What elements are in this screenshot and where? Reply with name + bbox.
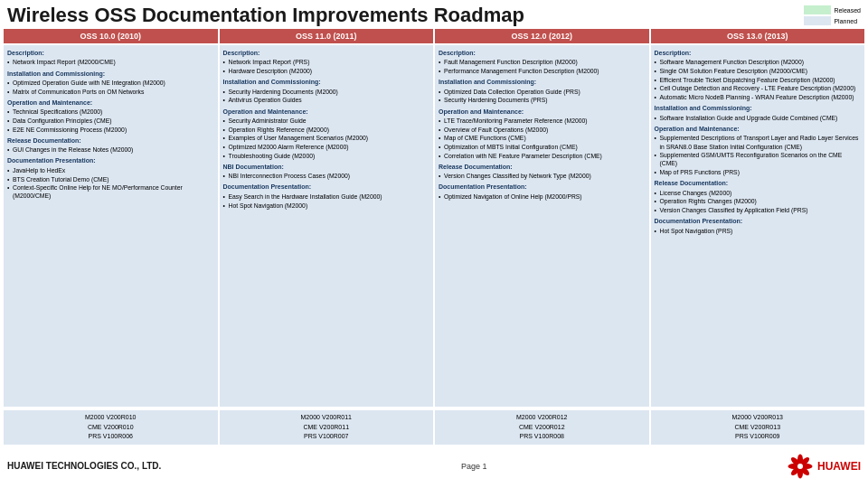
version-text: PRS V100R006 [5,432,216,442]
list-item: Context-Specific Online Help for NE MO/P… [7,183,214,200]
list-item: Version Changes Classified by Applicatio… [655,206,862,214]
version-text: M2000 V200R013 [653,413,863,423]
col-content-oss11: Description:Network Impact Report (PRS)H… [220,45,434,407]
list-item: Fault Management Function Description (M… [439,58,646,66]
released-color [804,5,831,14]
planned-label: Planned [834,18,857,24]
section-heading: Installation and Commissioning: [439,78,646,86]
list-item: License Changes (M2000) [655,189,862,197]
legend-planned: Planned [804,16,861,25]
list-item: Supplemented Descriptions of Transport L… [655,134,862,150]
page-number: Page 1 [461,462,487,471]
page-wrapper: Wireless OSS Documentation Improvements … [0,0,868,483]
list-item: Data Configuration Principles (CME) [7,117,214,125]
huawei-logo: HUAWEI [787,453,861,480]
list-item: Software Management Function Description… [655,58,862,66]
planned-color [804,16,831,25]
list-item: BTS Creation Tutorial Demo (CME) [7,175,214,183]
section-heading: Operation and Maintenance: [223,108,430,116]
list-item: Technical Specifications (M2000) [7,108,214,116]
column-headers: OSS 10.0 (2010) OSS 11.0 (2011) OSS 12.0… [0,29,868,43]
version-box-oss13: M2000 V200R013CME V200R013PRS V100R009 [651,410,865,445]
version-text: M2000 V200R012 [437,413,647,423]
list-item: Overview of Fault Operations (M2000) [439,126,646,134]
section-heading: Release Documentation: [7,136,214,145]
list-item: Hardware Description (M2000) [223,67,430,75]
page-title: Wireless OSS Documentation Improvements … [7,4,524,27]
list-item: Easy Search in the Hardware Installation… [223,192,430,201]
list-item: Network Impact Report (PRS) [223,58,430,66]
version-box-oss12: M2000 V200R012CME V200R012PRS V100R008 [435,410,649,445]
list-item: Version Changes Classified by Network Ty… [439,172,646,180]
section-heading: Description: [655,49,862,57]
list-item: E2E NE Commissioning Process (M2000) [7,126,214,134]
col-header-oss11: OSS 11.0 (2011) [220,29,434,43]
version-text: PRS V100R008 [437,432,647,442]
section-heading: Description: [223,49,430,57]
section-heading: NBI Documentation: [223,163,430,171]
svg-point-8 [797,464,803,469]
list-item: Troubleshooting Guide (M2000) [223,152,430,160]
version-box-oss10: M2000 V200R010CME V200R010PRS V100R006 [4,410,218,445]
col-header-oss12: OSS 12.0 (2012) [435,29,649,43]
section-heading: Release Documentation: [439,163,646,171]
list-item: Examples of User Management Scenarios (M… [223,134,430,142]
list-item: JavaHelp to HedEx [7,166,214,174]
list-item: Correlation with NE Feature Parameter De… [439,152,646,160]
list-item: Performance Management Function Descript… [439,67,646,75]
list-item: Antivirus Operation Guides [223,96,430,104]
list-item: Security Hardening Documents (M2000) [223,88,430,96]
list-item: Map of CME Functions (CME) [439,134,646,142]
legend-released: Released [804,5,861,14]
section-heading: Operation and Maintenance: [439,108,646,116]
list-item: GUI Changes in the Release Notes (M2000) [7,145,214,154]
list-item: Optimized Navigation of Online Help (M20… [439,192,646,201]
list-item: Single OM Solution Feature Description (… [655,67,862,75]
list-item: Optimized Operation Guide with NE Integr… [7,79,214,87]
huawei-flower-icon [787,453,814,480]
section-heading: Documentation Presentation: [439,183,646,191]
version-text: CME V200R010 [5,423,216,433]
section-heading: Description: [7,49,214,57]
section-heading: Installation and Commissioning: [7,70,214,78]
list-item: Efficient Trouble Ticket Dispatching Fea… [655,76,862,84]
list-item: Security Administrator Guide [223,117,430,125]
list-item: Operation Rights Reference (M2000) [223,126,430,134]
list-item: Operation Rights Changes (M2000) [655,197,862,205]
section-heading: Release Documentation: [655,179,862,187]
list-item: Hot Spot Navigation (M2000) [223,202,430,210]
section-heading: Operation and Maintenance: [655,125,862,133]
section-heading: Description: [439,49,646,57]
list-item: Automatic Micro NodeB Planning - WRAN Fe… [655,93,862,101]
section-heading: Documentation Presentation: [655,217,862,225]
list-item: Supplemented GSM/UMTS Reconfiguration Sc… [655,151,862,167]
version-text: PRS V100R007 [222,432,432,442]
list-item: Software Installation Guide and Upgrade … [655,114,862,122]
version-text: M2000 V200R011 [222,413,432,423]
version-text: CME V200R013 [653,423,863,433]
list-item: Network Impact Report (M2000/CME) [7,58,214,66]
list-item: Security Hardening Documents (PRS) [439,96,646,104]
list-item: Hot Spot Navigation (PRS) [655,227,862,235]
header: Wireless OSS Documentation Improvements … [0,0,868,29]
list-item: Optimized M2000 Alarm Reference (M2000) [223,143,430,151]
version-text: CME V200R011 [222,423,432,433]
col-header-oss13: OSS 13.0 (2013) [651,29,865,43]
list-item: Optimized Data Collection Operation Guid… [439,88,646,96]
version-text: PRS V100R009 [653,432,863,442]
col-header-oss10: OSS 10.0 (2010) [4,29,218,43]
section-heading: Installation and Commissioning: [223,78,430,86]
col-content-oss13: Description:Software Management Function… [651,45,865,407]
list-item: Map of PRS Functions (PRS) [655,168,862,176]
list-item: Matrix of Communication Ports on OM Netw… [7,88,214,96]
company-name: HUAWEI TECHNOLOGIES CO., LTD. [7,461,161,471]
section-heading: Operation and Maintenance: [7,99,214,107]
list-item: Cell Outage Detection and Recovery - LTE… [655,84,862,92]
section-heading: Documentation Presentation: [7,156,214,164]
section-heading: Installation and Commissioning: [655,104,862,112]
list-item: LTE Trace/Monitoring Parameter Reference… [439,117,646,125]
footer-versions: M2000 V200R010CME V200R010PRS V100R006M2… [0,408,868,446]
main-grid: Description:Network Impact Report (M2000… [0,45,868,407]
list-item: NBI Interconnection Process Cases (M2000… [223,172,430,180]
version-box-oss11: M2000 V200R011CME V200R011PRS V100R007 [220,410,434,445]
